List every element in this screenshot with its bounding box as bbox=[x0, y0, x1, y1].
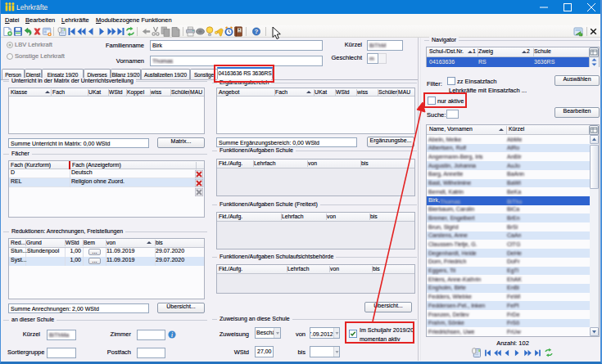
svg-text:?: ? bbox=[255, 28, 259, 35]
svg-text:i: i bbox=[171, 332, 173, 339]
